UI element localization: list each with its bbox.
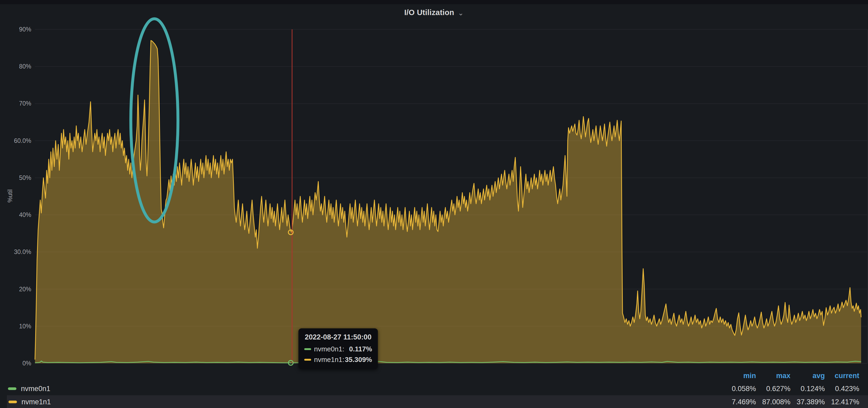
timeseries-plot[interactable]: [0, 0, 868, 408]
tooltip-series-name: nvme1n1:: [314, 355, 344, 364]
legend-min-value: 7.469%: [721, 398, 756, 406]
legend-header-row: min max avg current: [0, 369, 868, 382]
tooltip-series-name: nvme0n1:: [314, 345, 344, 353]
y-tick-label: 10%: [0, 322, 31, 330]
legend-series-name: nvme0n1: [21, 385, 50, 393]
y-tick-label: 0%: [0, 360, 31, 367]
legend-table: min max avg current nvme0n1 0.058% 0.627…: [0, 369, 868, 408]
legend-series-name: nvme1n1: [22, 398, 51, 406]
legend-row-nvme0n1[interactable]: nvme0n1 0.058% 0.627% 0.124% 0.423%: [0, 382, 868, 395]
hover-tooltip: 2022-08-27 11:50:00 nvme0n1: 0.117% nvme…: [299, 328, 378, 369]
legend-max-value: 0.627%: [756, 385, 790, 393]
panel-title: I/O Utilization: [404, 8, 454, 17]
legend-min-value: 0.058%: [721, 385, 756, 393]
series-swatch-green: [8, 387, 17, 390]
chevron-down-icon[interactable]: ⌄: [458, 9, 464, 17]
panel-title-bar[interactable]: I/O Utilization ⌄: [0, 4, 868, 21]
tooltip-row-nvme1n1: nvme1n1: 35.309%: [304, 355, 372, 364]
y-tick-label: 70%: [0, 100, 31, 107]
legend-max-value: 87.008%: [756, 398, 790, 406]
legend-avg-value: 0.124%: [790, 385, 825, 393]
tooltip-row-nvme0n1: nvme0n1: 0.117%: [304, 345, 372, 353]
legend-sort-max[interactable]: max: [756, 372, 790, 380]
y-tick-label: 40%: [0, 211, 31, 218]
tooltip-timestamp: 2022-08-27 11:50:00: [304, 333, 372, 341]
legend-current-value: 12.417%: [825, 398, 859, 406]
legend-sort-min[interactable]: min: [721, 372, 756, 380]
legend-avg-value: 37.389%: [790, 398, 825, 406]
series-swatch-yellow: [304, 359, 311, 361]
tooltip-series-value: 35.309%: [345, 355, 372, 364]
y-tick-label: 80%: [0, 63, 31, 70]
y-tick-label: 30.0%: [0, 248, 31, 256]
tooltip-series-value: 0.117%: [349, 345, 372, 353]
series-swatch-yellow: [8, 401, 17, 403]
legend-current-value: 0.423%: [825, 385, 859, 393]
series-swatch-green: [304, 348, 311, 350]
y-tick-label: 50%: [0, 174, 31, 181]
y-tick-label: 20%: [0, 285, 31, 293]
legend-row-nvme1n1[interactable]: nvme1n1 7.469% 87.008% 37.389% 12.417%: [7, 395, 868, 408]
y-axis-label: %util: [7, 180, 14, 212]
y-tick-label: 60.0%: [0, 137, 31, 144]
legend-sort-avg[interactable]: avg: [790, 372, 825, 380]
legend-sort-current[interactable]: current: [825, 372, 859, 380]
y-tick-label: 90%: [0, 26, 31, 33]
